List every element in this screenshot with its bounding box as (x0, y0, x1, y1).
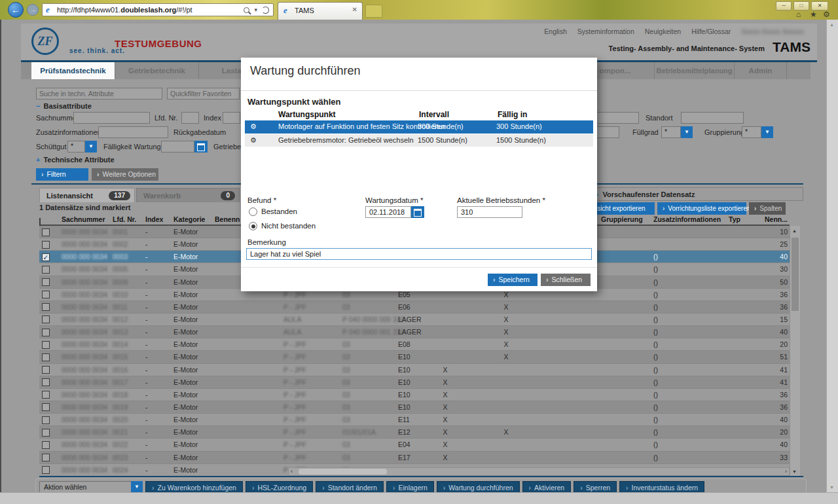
row-checkbox[interactable] (42, 241, 50, 249)
row-checkbox[interactable] (42, 353, 50, 361)
label-nicht-bestanden[interactable]: Nicht bestanden (261, 222, 316, 230)
scroll-down-icon[interactable]: ▼ (792, 469, 797, 474)
row-checkbox[interactable] (42, 228, 50, 236)
header-zusatzinformationen[interactable]: Zusatzinformationen (653, 215, 725, 223)
betriebsstunden-input[interactable] (457, 206, 522, 218)
row-checkbox[interactable] (42, 391, 50, 399)
window-minimize-button[interactable]: ─ (776, 1, 792, 10)
row-checkbox[interactable] (42, 378, 50, 386)
sachnummer-input[interactable] (73, 112, 150, 124)
table-row[interactable]: 0000 000 0034 0021 - E-Motor P - JPF 010… (39, 426, 790, 439)
row-checkbox[interactable]: ✓ (42, 253, 50, 261)
weitere-optionen-button[interactable]: Weitere Optionen (92, 168, 158, 181)
new-tab-button[interactable] (365, 5, 382, 18)
schuettgut-chevron-icon[interactable]: ▼ (85, 141, 97, 153)
maintenance-point-row[interactable]: ⚙ Motorlager auf Funktion und festen Sit… (245, 120, 593, 134)
export-vorrichtungsliste-button[interactable]: Vorrichtungsliste exportieren (657, 202, 746, 215)
quickfilter-input[interactable] (167, 88, 240, 99)
row-checkbox[interactable] (42, 291, 50, 298)
header-sachnummer[interactable]: Sachnummer (62, 215, 114, 223)
table-row[interactable]: 0000 000 0034 0011 - E-Motor P - JPF 03 … (39, 301, 790, 314)
tab-close-icon[interactable]: ✕ (352, 6, 357, 13)
row-checkbox[interactable] (42, 429, 50, 437)
section-basisattribute[interactable]: −Basisattribute (36, 102, 92, 110)
table-row[interactable]: 0000 000 0034 0014 - E-Motor P - JPF 03 … (39, 338, 790, 351)
search-icon[interactable] (244, 7, 249, 13)
section-technische-attribute[interactable]: +Technische Attribute (36, 156, 115, 164)
tab-getriebetechnik[interactable]: Getriebetechnik (115, 62, 199, 79)
select-all-checkbox[interactable] (39, 218, 41, 226)
schuettgut-select[interactable]: * (67, 141, 85, 153)
standort-input[interactable] (681, 112, 744, 124)
row-checkbox[interactable] (42, 366, 50, 374)
table-vertical-scrollbar[interactable]: ▲ ▼ (790, 226, 800, 477)
row-checkbox[interactable] (42, 266, 50, 274)
table-row[interactable]: 0000 000 0034 0022 - E-Motor P - JPF 03 … (39, 439, 790, 451)
tab-pruefstandstechnik[interactable]: Prüfstandstechnik (31, 62, 115, 79)
fragment-input-right1[interactable] (592, 112, 639, 124)
header-gruppierung[interactable]: Gruppierung (601, 215, 647, 223)
gruppierung-select[interactable]: * (742, 126, 761, 138)
label-bestanden[interactable]: Bestanden (261, 207, 297, 215)
bemerkung-input[interactable] (246, 248, 592, 260)
faelligkeit-wartung-input[interactable] (161, 141, 194, 153)
table-row[interactable]: 0000 000 0034 0019 - E-Motor P - JPF 03 … (39, 401, 790, 414)
filtern-button[interactable]: Filtern (36, 168, 88, 181)
tab-betriebsmittelplanung[interactable]: Betriebsmittelplanung (655, 62, 735, 79)
table-row[interactable]: 0000 000 0034 0018 - E-Motor P - JPF 03 … (39, 389, 790, 401)
browser-scrollbar[interactable]: ▲ ▼ (826, 20, 838, 492)
header-benennung[interactable]: Benenn (215, 215, 240, 223)
row-checkbox[interactable] (42, 329, 50, 336)
row-checkbox[interactable] (42, 315, 50, 323)
table-row[interactable]: 0000 000 0034 0017 - E-Motor P - JPF 03 … (39, 376, 790, 389)
index-input[interactable] (223, 112, 240, 124)
row-checkbox[interactable] (42, 441, 50, 449)
scroll-up-icon[interactable]: ▲ (792, 228, 797, 233)
favorites-star-icon[interactable]: ★ (810, 10, 817, 19)
browser-tab[interactable]: e TAMS ✕ (278, 2, 363, 20)
link-neuigkeiten[interactable]: Neuigkeiten (645, 27, 681, 35)
header-index[interactable]: Index (145, 215, 165, 223)
row-checkbox[interactable] (42, 416, 50, 424)
radio-nicht-bestanden[interactable] (249, 222, 257, 230)
faelligkeit-calendar-icon[interactable] (194, 141, 208, 153)
schliessen-button[interactable]: Schließen (541, 274, 591, 286)
home-icon[interactable]: ⌂ (796, 10, 801, 19)
vorschaufenster-header[interactable]: +Vorschaufenster Datensatz (587, 187, 803, 201)
address-bar[interactable]: e http://fdhpt4www01.doubleslash.org/#!/… (42, 3, 274, 16)
tab-listenansicht[interactable]: 137Listenansicht (39, 188, 135, 202)
browser-forward-button[interactable]: → (27, 4, 39, 16)
maintenance-point-row[interactable]: ⚙ Getriebebremsmotor: Getriebeöl wechsel… (245, 134, 593, 147)
tab-admin[interactable]: Admin (735, 62, 787, 79)
window-maximize-button[interactable]: □ (793, 1, 809, 10)
radio-bestanden[interactable] (249, 207, 257, 216)
spalten-button[interactable]: Spalten (749, 202, 786, 215)
fuellgrad-select[interactable]: * (661, 126, 681, 138)
gruppierung-chevron-icon[interactable]: ▼ (761, 126, 773, 138)
speichern-button[interactable]: Speichern (488, 274, 537, 286)
wartungsdatum-calendar-icon[interactable] (411, 206, 424, 218)
table-row[interactable]: 0000 000 0034 0020 - E-Motor P - JPF 03 … (39, 414, 790, 426)
header-nenn[interactable]: Nenn... (735, 215, 788, 223)
scroll-up-icon[interactable]: ▲ (829, 22, 834, 27)
scroll-down-icon[interactable]: ▼ (829, 485, 834, 490)
table-row[interactable]: 0000 000 0034 0015 - E-Motor P - JPF 03 … (39, 351, 790, 363)
table-row[interactable]: 0000 000 0034 0016 - E-Motor P - JPF 03 … (39, 364, 790, 376)
link-hilfe-glossar[interactable]: Hilfe/Glossar (691, 27, 731, 35)
header-lfdnr[interactable]: Lfd. Nr. (113, 215, 143, 223)
row-checkbox[interactable] (42, 454, 50, 461)
refresh-icon[interactable] (262, 7, 269, 14)
browser-back-button[interactable]: ← (8, 2, 24, 18)
tab-warenkorb[interactable]: 0Warenkorb (136, 188, 240, 202)
scrollbar-thumb[interactable] (299, 469, 387, 475)
scrollbar-thumb[interactable] (792, 238, 799, 311)
row-checkbox[interactable] (42, 403, 50, 411)
lfdnr-input[interactable] (181, 112, 199, 124)
table-row[interactable]: 0000 000 0034 0023 - E-Motor P - JPF 03 … (39, 452, 790, 464)
link-systeminformation[interactable]: Systeminformation (577, 27, 634, 35)
row-checkbox[interactable] (42, 278, 50, 286)
settings-gear-icon[interactable]: ⚙ (823, 10, 830, 19)
table-horizontal-scrollbar[interactable]: ‹ › (288, 467, 790, 476)
row-checkbox[interactable] (42, 303, 50, 311)
chevron-down-icon[interactable]: ▾ (254, 7, 257, 13)
